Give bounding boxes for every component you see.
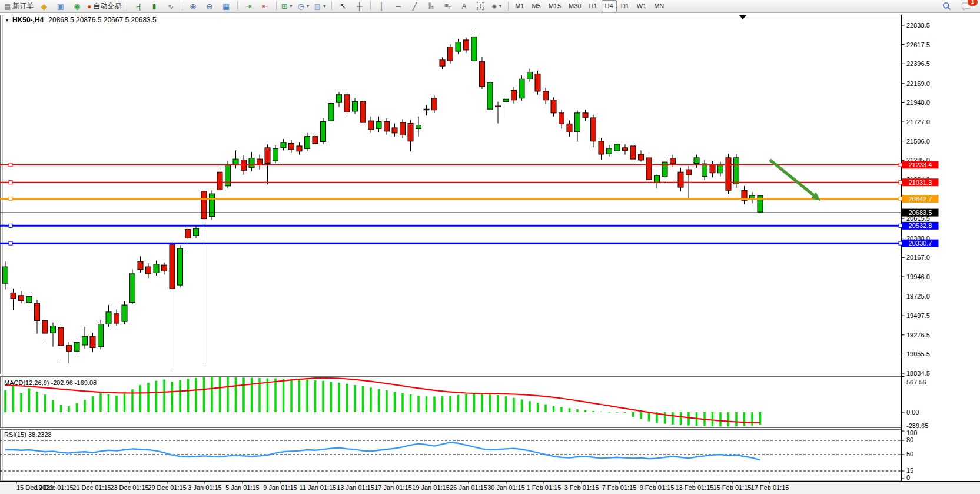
macd-hist-bar <box>592 411 594 412</box>
candle-body <box>432 98 437 110</box>
candle-body <box>67 346 72 352</box>
templates-button[interactable]: ▧▼ <box>313 0 328 12</box>
hline-handle[interactable] <box>899 181 902 184</box>
hline-handle[interactable] <box>9 181 12 184</box>
vertical-line-button[interactable]: │ <box>374 0 390 12</box>
macd-hist-bar <box>346 384 348 412</box>
signals-icon: ◉ <box>74 2 80 10</box>
macd-hist-bar <box>36 392 38 412</box>
hline-handle[interactable] <box>9 163 12 167</box>
tile-windows-button[interactable]: ▦ <box>218 0 234 12</box>
text-button[interactable]: A <box>456 0 472 12</box>
candle-body <box>511 90 517 100</box>
candle-body <box>138 261 143 269</box>
candle-body <box>623 148 628 150</box>
trendline-button[interactable]: ╱ <box>407 0 423 12</box>
horizontal-line-button[interactable]: ─ <box>390 0 406 12</box>
date-tick-label: 9 Feb 01:15 <box>640 484 675 491</box>
macd-hist-bar <box>171 382 174 412</box>
indicators-button[interactable]: ⊞▼ <box>280 0 295 12</box>
timeframe-button-M1[interactable]: M1 <box>511 0 527 12</box>
candle-body <box>162 265 167 271</box>
macd-hist-bar <box>298 379 301 412</box>
timeframe-button-D1[interactable]: D1 <box>617 0 633 12</box>
profiles-button[interactable]: ▣ <box>52 0 68 12</box>
indicators-icon: ⊞ <box>281 2 288 10</box>
timeframe-button-MN[interactable]: MN <box>650 0 667 12</box>
candle-body <box>448 47 453 61</box>
channel-button[interactable]: ∥E <box>423 0 439 12</box>
timeframe-button-M30[interactable]: M30 <box>565 0 584 12</box>
timeframe-button-M5[interactable]: M5 <box>528 0 544 12</box>
macd-hist-bar <box>727 412 730 427</box>
macd-hist-bar <box>386 390 388 412</box>
timeframe-button-M15[interactable]: M15 <box>545 0 564 12</box>
candle-body <box>360 102 366 122</box>
candlestick-chart-button[interactable]: ▮ <box>147 0 162 12</box>
macd-hist-bar <box>179 380 181 412</box>
toolbar-separator <box>331 2 332 11</box>
mt4-window: ▤ 新订单 ◆ ▣ ◉ ● 自动交易 ⌐| ▮ ∿ ⊕ ⊖ ▦ ⇥ ⇤ ⊞▼ <box>0 0 980 494</box>
zoom-in-button[interactable]: ⊕ <box>185 0 201 12</box>
metaeditor-button[interactable]: ◆ <box>36 0 52 12</box>
candle-body <box>26 296 32 302</box>
notifications-button[interactable]: 1 <box>958 0 974 12</box>
macd-hist-bar <box>648 412 650 421</box>
candle-body <box>257 159 263 165</box>
chart-shift-icon: ⇥ <box>245 2 252 10</box>
new-order-button[interactable]: ▤ 新订单 <box>2 0 35 12</box>
candle-body <box>328 104 334 121</box>
zoom-out-button[interactable]: ⊖ <box>202 0 218 12</box>
periods-button[interactable]: ◷▼ <box>296 0 312 12</box>
hline-handle[interactable] <box>9 241 12 245</box>
date-tick-label: 13 Feb 01:15 <box>676 484 714 491</box>
macd-hist-bar <box>624 412 626 413</box>
candle-body <box>58 327 64 345</box>
timeframe-button-H1[interactable]: H1 <box>586 0 601 12</box>
macd-hist-bar <box>338 383 340 412</box>
hline-handle[interactable] <box>899 163 902 167</box>
macd-hist-bar <box>616 412 619 413</box>
date-tick-label: 3 Jan 01:15 <box>188 484 222 491</box>
chart-window[interactable]: 22838.522617.522396.522169.021948.021727… <box>0 13 980 494</box>
macd-hist-bar <box>28 388 31 412</box>
candle-body <box>670 158 676 164</box>
chart-dropdown-icon[interactable]: ▼ <box>5 18 9 23</box>
text-label-button[interactable]: T <box>473 0 489 12</box>
candle-body <box>614 144 620 151</box>
signals-button[interactable]: ◉ <box>69 0 85 12</box>
cursor-button[interactable]: ↖ <box>335 0 351 12</box>
hline-handle[interactable] <box>899 224 902 227</box>
fibonacci-button[interactable]: ≡F <box>440 0 456 12</box>
crosshair-button[interactable]: ┼ <box>351 0 367 12</box>
candle-body <box>503 99 509 101</box>
price-chart[interactable]: 22838.522617.522396.522169.021948.021727… <box>0 13 980 494</box>
timeframe-toolbar: M1M5M15M30H1H4D1W1MN <box>511 0 667 12</box>
bar-chart-button[interactable]: ⌐| <box>130 0 146 12</box>
price-label-text: 21031.3 <box>909 179 932 186</box>
macd-hist-bar <box>712 412 714 426</box>
macd-hist-bar <box>115 396 118 412</box>
hline-handle[interactable] <box>899 197 902 201</box>
candle-body <box>178 248 183 285</box>
timeframe-button-W1[interactable]: W1 <box>633 0 650 12</box>
timeframe-button-H4[interactable]: H4 <box>602 0 617 12</box>
macd-hist-bar <box>544 405 547 412</box>
chart-shift-button[interactable]: ⇥ <box>241 0 257 12</box>
macd-indicator-label: MACD(12,26,9) -202.96 -169.08 <box>4 379 97 386</box>
hline-handle[interactable] <box>9 224 12 227</box>
macd-hist-bar <box>370 387 372 412</box>
auto-scroll-button[interactable]: ⇤ <box>257 0 273 12</box>
search-button[interactable] <box>939 0 955 12</box>
autotrading-button[interactable]: ● 自动交易 <box>85 0 123 12</box>
hline-handle[interactable] <box>9 197 12 201</box>
macd-hist-bar <box>441 396 444 412</box>
macd-hist-bar <box>147 383 150 412</box>
hline-handle[interactable] <box>899 241 902 245</box>
candle-body <box>265 148 270 164</box>
macd-hist-bar <box>52 400 54 412</box>
date-tick-label: 7 Feb 01:15 <box>602 484 637 491</box>
line-chart-button[interactable]: ∿ <box>163 0 179 12</box>
arrows-button[interactable]: ◈▼ <box>489 0 505 12</box>
candle-body <box>408 124 413 141</box>
